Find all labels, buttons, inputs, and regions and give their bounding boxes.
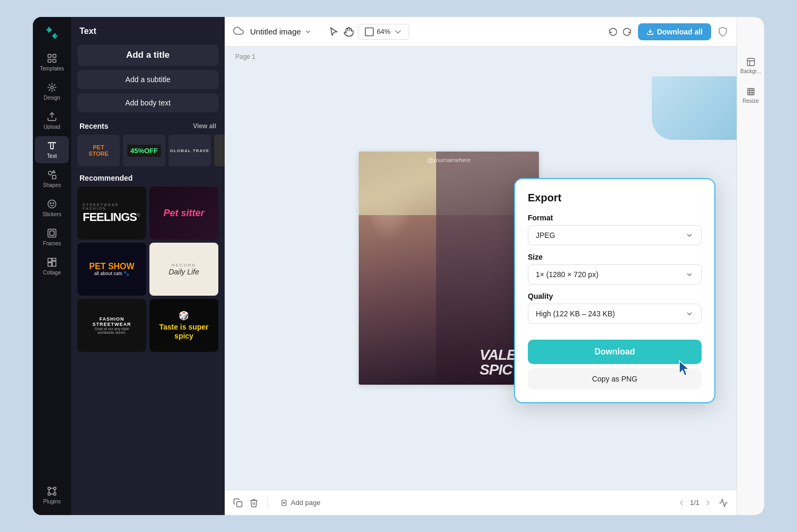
cloud-save-icon [233, 25, 244, 38]
sidebar-item-design[interactable]: Design [35, 78, 69, 105]
sidebar-item-collage[interactable]: Collage [35, 253, 69, 280]
sidebar-item-text-label: Text [47, 153, 57, 159]
svg-rect-3 [53, 59, 56, 63]
page-info: 1/1 [690, 499, 699, 507]
sidebar-item-templates-label: Templates [40, 66, 64, 72]
recent-item-global[interactable]: GLOBAL TRAVE [169, 135, 211, 166]
delete-page-icon[interactable] [249, 498, 259, 508]
quality-select[interactable]: High (122 KB – 243 KB) [528, 304, 702, 324]
svg-point-10 [53, 203, 54, 204]
undo-button[interactable] [608, 27, 618, 37]
separator [267, 498, 268, 508]
sidebar-item-frames-label: Frames [43, 241, 61, 246]
page-navigation: 1/1 [677, 499, 712, 507]
right-panel-background[interactable]: Backgr... [738, 54, 764, 77]
recommended-item-pet-show[interactable]: PET SHOW all about cats 🐾 [77, 243, 146, 296]
taste-text: Taste is super spicy [154, 323, 214, 341]
format-label: Format [528, 214, 702, 222]
prev-page-button[interactable] [677, 499, 686, 507]
copy-page-icon[interactable] [233, 498, 243, 508]
top-bar: Untitled image 64% [225, 17, 737, 47]
svg-rect-0 [48, 55, 51, 58]
format-value: JPEG [536, 231, 555, 240]
recommended-item-pet-sitter[interactable]: Pet sitter [149, 187, 218, 240]
size-select[interactable]: 1× (1280 × 720 px) [528, 264, 702, 285]
doc-title[interactable]: Untitled image [250, 27, 312, 36]
add-subtitle-button[interactable]: Add a subtitle [77, 70, 218, 89]
download-all-button[interactable]: Download all [638, 23, 711, 40]
recent-item-pet-store[interactable]: PETSTORE [77, 135, 120, 166]
feelings-sub-text: STREETWEAR FASHION [83, 203, 141, 210]
svg-rect-13 [48, 259, 52, 262]
toolbar-icons: 64% [329, 24, 409, 40]
sidebar-item-collage-label: Collage [43, 270, 61, 276]
recents-header: Recents View all [71, 114, 225, 135]
svg-rect-33 [748, 88, 754, 95]
sidebar-item-upload[interactable]: Upload [35, 107, 69, 134]
recommended-item-taste[interactable]: 🎲 Taste is super spicy [149, 299, 218, 352]
recommended-item-feelings[interactable]: STREETWEAR FASHION FEELINGS© [77, 187, 146, 240]
recommended-item-fashion[interactable]: FASHION STREETWEAR Grab at our any style… [77, 299, 146, 352]
daily-life-main-text: Daily Life [169, 268, 199, 276]
svg-rect-12 [50, 231, 54, 235]
sidebar-item-text[interactable]: Text [35, 136, 69, 163]
sidebar-item-design-label: Design [43, 95, 60, 101]
more-options-icon[interactable] [719, 498, 728, 508]
recent-item-more[interactable]: › [214, 135, 225, 166]
add-title-button[interactable]: Add a title [77, 45, 218, 66]
hand-tool-icon[interactable] [343, 26, 354, 37]
sidebar-item-stickers[interactable]: Stickers [35, 194, 69, 221]
select-tool-icon[interactable] [329, 26, 339, 37]
add-page-button[interactable]: Add page [276, 496, 325, 509]
svg-marker-27 [679, 361, 689, 376]
format-select[interactable]: JPEG [528, 225, 702, 245]
quality-label: Quality [528, 292, 702, 300]
recent-item-discount[interactable]: 45%OFF [123, 135, 165, 166]
recent-pet-store-text: PETSTORE [88, 144, 109, 157]
recent-global-text: GLOBAL TRAVE [170, 148, 209, 153]
panel-title: Text [71, 17, 225, 42]
sidebar-item-shapes[interactable]: Shapes [35, 165, 69, 192]
copy-png-button[interactable]: Copy as PNG [528, 368, 702, 389]
svg-rect-18 [54, 487, 56, 490]
logo-icon[interactable] [42, 23, 61, 42]
download-button[interactable]: Download [528, 340, 702, 364]
pet-show-main-text: PET SHOW [89, 262, 134, 271]
svg-rect-2 [48, 59, 51, 63]
add-body-button[interactable]: Add body text [77, 93, 218, 112]
svg-rect-7 [52, 175, 56, 179]
next-page-button[interactable] [704, 499, 712, 507]
svg-rect-16 [52, 261, 56, 266]
recommended-item-daily-life[interactable]: RECORD Daily Life [149, 243, 218, 296]
recents-label: Recents [79, 122, 108, 130]
add-page-label: Add page [291, 499, 321, 507]
shield-icon [718, 26, 728, 37]
bottom-bar: Add page 1/1 [225, 490, 737, 515]
recommended-grid: STREETWEAR FASHION FEELINGS© Pet sitter … [71, 187, 225, 358]
svg-rect-28 [237, 501, 242, 507]
redo-button[interactable] [622, 27, 632, 37]
right-panel-background-label: Backgr... [740, 68, 761, 74]
sidebar-item-templates[interactable]: Templates [35, 49, 69, 76]
right-panel-resize[interactable]: Resize [738, 84, 764, 107]
fashion-sub-text: Grab at our any styleworldwide stores. [95, 327, 129, 334]
svg-rect-11 [48, 229, 56, 237]
size-value: 1× (1280 × 720 px) [536, 270, 598, 279]
svg-point-9 [50, 203, 51, 204]
quality-field: Quality High (122 KB – 243 KB) [528, 292, 702, 324]
sidebar-item-frames[interactable]: Frames [35, 224, 69, 251]
recent-discount-text: 45%OFF [127, 145, 161, 157]
right-panel-resize-label: Resize [742, 98, 759, 104]
pet-sitter-text: Pet sitter [163, 208, 204, 219]
app-container: Templates Design Upload Text [33, 17, 764, 515]
svg-rect-19 [48, 493, 50, 495]
zoom-control[interactable]: 64% [358, 24, 409, 40]
download-btn-container: Download [528, 331, 702, 364]
canvas-area: Page 1 VALENT SPIC @yournamehere [225, 47, 737, 490]
canvas-frame[interactable]: VALENT SPIC @yournamehere [359, 152, 539, 385]
view-all-link[interactable]: View all [193, 122, 216, 130]
quality-value: High (122 KB – 243 KB) [536, 309, 615, 318]
feelings-main-text: FEELINGS© [83, 211, 140, 223]
right-panel: Backgr... Resize [737, 17, 764, 515]
sidebar-item-plugins[interactable]: Plugins [35, 482, 69, 509]
